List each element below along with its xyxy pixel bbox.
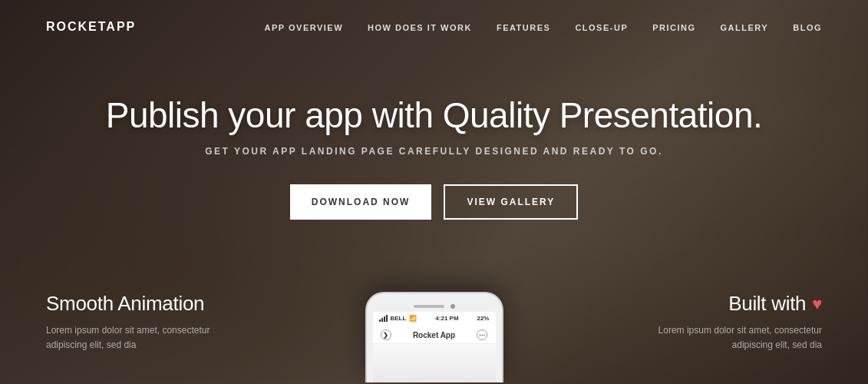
signal-bars <box>379 315 388 322</box>
gallery-button[interactable]: VIEW GALLERY <box>444 184 578 220</box>
signal-bar-1 <box>379 319 381 322</box>
phone-speaker <box>414 305 444 308</box>
nav-link-closeup[interactable]: CLOSE-UP <box>575 23 628 32</box>
phone-carrier: BELL <box>391 315 407 322</box>
phone-time: 4:21 PM <box>435 315 458 322</box>
nav-item-overview[interactable]: APP OVERVIEW <box>265 20 344 34</box>
nav-link-features[interactable]: FEATURES <box>497 23 550 32</box>
wifi-icon: 📶 <box>409 315 417 322</box>
logo[interactable]: ROCKETAPP <box>46 20 136 34</box>
smooth-animation-text: Lorem ipsum dolor sit amet, consectetur … <box>46 323 230 353</box>
feature-smooth-animation: Smooth Animation Lorem ipsum dolor sit a… <box>46 292 335 353</box>
nav-link-gallery[interactable]: GALLERY <box>721 23 769 32</box>
phone-camera <box>451 304 455 309</box>
signal-bar-2 <box>381 318 383 322</box>
nav-link-pricing[interactable]: PRICING <box>652 23 695 32</box>
built-with-title: Built with ♥ <box>728 292 822 316</box>
phone-back-icon: ❯ <box>381 329 391 340</box>
smooth-animation-title: Smooth Animation <box>46 292 335 316</box>
nav-item-gallery[interactable]: GALLERY <box>721 20 769 34</box>
hero-title: Publish your app with Quality Presentati… <box>106 95 763 136</box>
phone-menu-icon: ⋯ <box>477 329 487 340</box>
nav-link-blog[interactable]: BLOG <box>793 23 822 32</box>
signal-bar-4 <box>386 315 388 322</box>
hero-subtitle: GET YOUR APP LANDING PAGE CAREFULLY DESI… <box>205 146 663 157</box>
phone-screen: BELL 📶 4:21 PM 22% ❯ Rocket App ⋯ <box>373 312 496 382</box>
phone-app-name: Rocket App <box>413 331 455 339</box>
nav-item-features[interactable]: FEATURES <box>497 20 550 34</box>
nav-item-blog[interactable]: BLOG <box>793 20 822 34</box>
phone-battery: 22% <box>477 315 489 322</box>
heart-icon: ♥ <box>812 294 822 314</box>
phone-top <box>373 300 496 312</box>
bottom-section: Smooth Animation Lorem ipsum dolor sit a… <box>0 276 868 384</box>
built-with-text: Lorem ipsum dolor sit amet, consectetur … <box>638 323 822 353</box>
hero-buttons: DOWNLOAD NOW VIEW GALLERY <box>290 184 579 220</box>
phone-mockup: BELL 📶 4:21 PM 22% ❯ Rocket App ⋯ <box>365 292 503 382</box>
phone-app-bar: ❯ Rocket App ⋯ <box>373 325 496 344</box>
nav-link-overview[interactable]: APP OVERVIEW <box>265 23 344 32</box>
hero-section: Publish your app with Quality Presentati… <box>0 38 868 276</box>
nav-item-closeup[interactable]: CLOSE-UP <box>575 20 628 34</box>
phone-app-content <box>373 344 496 382</box>
signal-bar-3 <box>384 316 385 322</box>
phone-status-left: BELL 📶 <box>379 315 417 322</box>
nav-item-pricing[interactable]: PRICING <box>652 20 695 34</box>
nav-links: APP OVERVIEW HOW DOES IT WORK FEATURES C… <box>265 20 822 34</box>
download-button[interactable]: DOWNLOAD NOW <box>290 184 432 220</box>
content-wrapper: ROCKETAPP APP OVERVIEW HOW DOES IT WORK … <box>0 0 868 384</box>
nav-link-how[interactable]: HOW DOES IT WORK <box>368 23 472 32</box>
feature-built-with: Built with ♥ Lorem ipsum dolor sit amet,… <box>534 292 823 353</box>
phone-status-bar: BELL 📶 4:21 PM 22% <box>373 312 496 325</box>
phone-mockup-container: BELL 📶 4:21 PM 22% ❯ Rocket App ⋯ <box>335 292 534 382</box>
nav-item-how[interactable]: HOW DOES IT WORK <box>368 20 472 34</box>
